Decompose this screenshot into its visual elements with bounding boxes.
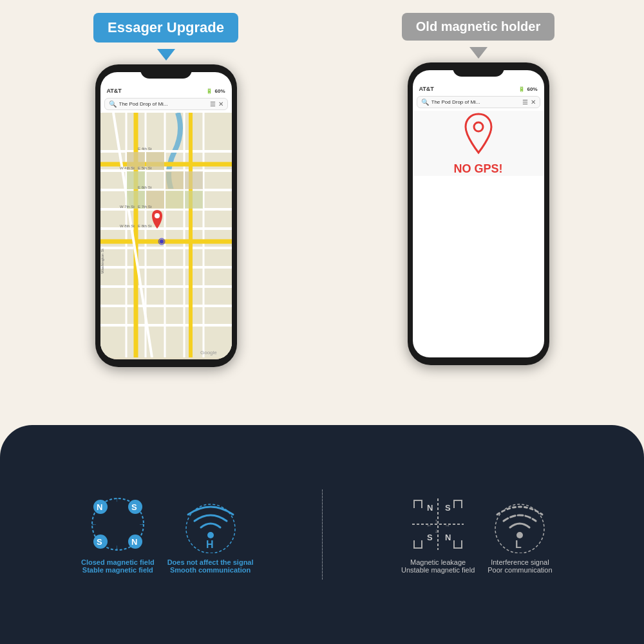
top-section: Essager Upgrade AT&T 🔋 60% 🔍 The Pod Dro… [0, 0, 644, 425]
right-status-right: 🔋 60% [518, 86, 537, 92]
svg-rect-24 [166, 171, 184, 189]
left-map-area: E 4th St E 5th St E 6th St E 7th St E 8t… [100, 113, 232, 359]
svg-text:↓: ↓ [435, 527, 438, 534]
right-phone-column: Old magnetic holder AT&T 🔋 60% 🔍 The Pod… [332, 13, 625, 365]
svg-rect-27 [166, 191, 184, 209]
svg-text:N: N [131, 537, 137, 547]
right-browser-text: The Pod Drop of Mi... [431, 99, 520, 105]
svg-text:←: ← [91, 520, 97, 527]
right-status-bar: AT&T 🔋 60% [413, 83, 544, 93]
svg-text:↑: ↑ [115, 496, 118, 503]
leakage-magnet-group: N S S N ↑ ↓ ← → Magnetic leakage Unstabl… [401, 495, 475, 574]
left-phone-column: Essager Upgrade AT&T 🔋 60% 🔍 The Pod Dro… [19, 13, 312, 367]
left-close-icon: ✕ [218, 100, 223, 108]
bottom-section: ↑ ↓ ← → N S S [0, 425, 644, 644]
svg-text:E 7th St: E 7th St [138, 205, 152, 209]
svg-text:←: ← [426, 522, 432, 529]
svg-text:S: S [131, 502, 137, 512]
svg-point-40 [160, 240, 164, 243]
svg-text:S: S [427, 533, 433, 542]
svg-text:→: → [138, 520, 145, 527]
svg-rect-28 [185, 171, 203, 189]
right-close-icon: ✕ [531, 99, 536, 106]
no-gps-text: NO GPS! [453, 162, 502, 176]
right-battery-pct: 60% [527, 86, 537, 92]
closed-magnet-label: Closed magnetic field Stable magnetic fi… [81, 558, 155, 574]
closed-magnet-diagram: ↑ ↓ ← → N S S [89, 495, 147, 553]
signal-good-label: Does not affect the signal Smooth commun… [167, 558, 254, 574]
svg-text:W 4th St: W 4th St [120, 166, 135, 170]
svg-text:↓: ↓ [115, 544, 118, 551]
svg-text:Google: Google [200, 350, 217, 355]
left-browser-bar: 🔍 The Pod Drop of Mi... ☰ ✕ [104, 98, 228, 110]
svg-text:N: N [427, 503, 433, 513]
left-phone-screen: AT&T 🔋 60% 🔍 The Pod Drop of Mi... ☰ ✕ [100, 72, 232, 359]
closed-magnet-group: ↑ ↓ ← → N S S [81, 495, 155, 574]
left-status-right: 🔋 60% [206, 88, 225, 94]
svg-text:L: L [515, 539, 522, 550]
right-notch [453, 62, 504, 77]
svg-text:E 5th St: E 5th St [138, 166, 152, 170]
map-svg: E 4th St E 5th St E 6th St E 7th St E 8t… [100, 113, 232, 357]
leakage-label: Magnetic leakage Unstable magnetic field [401, 558, 475, 574]
svg-text:S: S [97, 537, 102, 547]
svg-text:↑: ↑ [435, 518, 438, 524]
right-phone-frame: AT&T 🔋 60% 🔍 The Pod Drop of Mi... ☰ ✕ [408, 62, 549, 365]
svg-text:W 7th St: W 7th St [120, 205, 135, 209]
svg-text:H: H [206, 539, 214, 550]
svg-point-41 [155, 213, 160, 218]
leakage-magnet-diagram: N S S N ↑ ↓ ← → [409, 495, 467, 553]
left-battery-icon: 🔋 [206, 88, 213, 94]
right-search-icon: 🔍 [421, 99, 429, 106]
svg-point-43 [474, 122, 483, 131]
svg-text:E 8th St: E 8th St [138, 224, 152, 228]
svg-point-57 [207, 532, 214, 538]
signal-bad-diagram: L [491, 495, 549, 553]
old-label: Old magnetic holder [402, 13, 554, 41]
no-gps-icon [459, 111, 498, 156]
svg-text:→: → [444, 522, 450, 529]
signal-good-group: H Does not affect the signal Smooth comm… [167, 495, 254, 574]
svg-text:E 6th St: E 6th St [138, 185, 152, 189]
signal-bad-label: Interference signal Poor communication [488, 558, 552, 574]
svg-text:E 4th St: E 4th St [138, 147, 152, 151]
left-battery-pct: 60% [214, 88, 225, 94]
upgrade-label: Essager Upgrade [93, 13, 238, 43]
left-menu-icon: ☰ [210, 100, 216, 108]
right-phone-screen: AT&T 🔋 60% 🔍 The Pod Drop of Mi... ☰ ✕ [413, 70, 544, 357]
left-notch [140, 64, 192, 79]
left-phone-frame: AT&T 🔋 60% 🔍 The Pod Drop of Mi... ☰ ✕ [95, 64, 237, 367]
right-carrier: AT&T [419, 86, 434, 92]
svg-text:N: N [445, 533, 451, 542]
main-container: Essager Upgrade AT&T 🔋 60% 🔍 The Pod Dro… [0, 0, 644, 644]
right-battery-icon: 🔋 [518, 86, 525, 92]
left-search-icon: 🔍 [109, 100, 117, 108]
left-browser-text: The Pod Drop of Mi... [119, 101, 207, 107]
left-carrier: AT&T [107, 88, 122, 94]
svg-text:N: N [97, 502, 102, 512]
signal-good-diagram: H [182, 495, 240, 553]
right-menu-icon: ☰ [522, 99, 528, 106]
svg-text:S: S [445, 503, 451, 513]
bottom-right-features: N S S N ↑ ↓ ← → Magnetic leakage Unstabl… [323, 495, 632, 574]
svg-point-70 [516, 532, 523, 538]
svg-rect-29 [185, 191, 203, 209]
no-gps-screen: NO GPS! [413, 111, 544, 176]
left-status-bar: AT&T 🔋 60% [100, 85, 232, 95]
svg-text:W 8th St: W 8th St [120, 224, 135, 228]
signal-bad-group: L Interference signal Poor communication [488, 495, 552, 574]
bottom-left-features: ↑ ↓ ← → N S S [13, 495, 322, 574]
upgrade-arrow [157, 49, 175, 61]
right-browser-bar: 🔍 The Pod Drop of Mi... ☰ ✕ [417, 96, 540, 108]
old-arrow [469, 47, 488, 59]
svg-text:Washington St: Washington St [100, 249, 104, 274]
